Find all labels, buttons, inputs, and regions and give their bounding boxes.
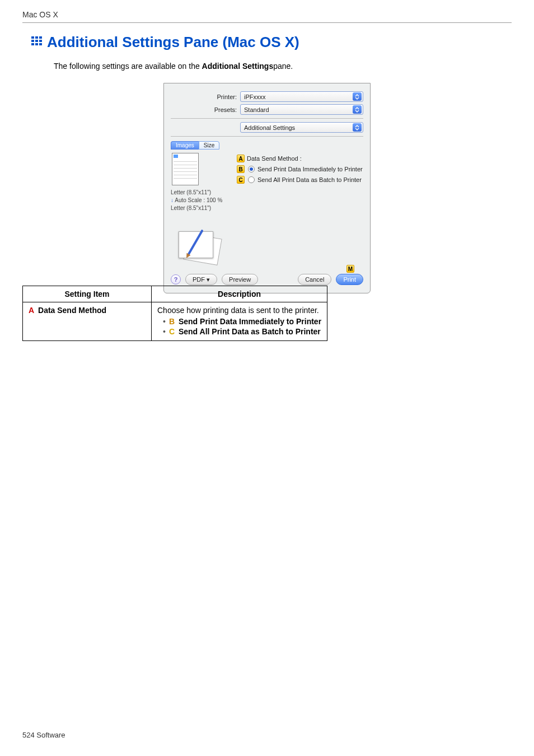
print-button[interactable]: Print xyxy=(336,274,363,285)
marker-a: A xyxy=(237,155,245,162)
svg-rect-3 xyxy=(31,40,34,42)
presets-select[interactable]: Standard xyxy=(240,104,363,115)
paper-line-3: Letter (8.5"x11") xyxy=(171,204,232,212)
svg-rect-0 xyxy=(31,36,34,39)
tab-images[interactable]: Images xyxy=(171,141,199,150)
page-title-row: Additional Settings Pane (Mac OS X) xyxy=(31,34,299,51)
page-thumbnail xyxy=(172,153,199,185)
letter-b: B xyxy=(169,317,175,326)
preview-column: Images Size Letter (8.5"x11") ↓ Auto Sca… xyxy=(171,141,232,267)
presets-row: Presets: Standard xyxy=(171,104,363,115)
grid-icon xyxy=(31,36,44,48)
tab-strip: Images Size xyxy=(171,141,232,150)
tab-size[interactable]: Size xyxy=(199,141,219,150)
page-title: Additional Settings Pane (Mac OS X) xyxy=(47,34,299,51)
bullet-icon: • xyxy=(163,317,166,326)
intro-pre: The following settings are available on … xyxy=(54,62,202,71)
radio-send-batch-label: Send All Print Data as Batch to Printer xyxy=(257,176,362,183)
svg-rect-4 xyxy=(35,40,38,42)
page-footer: 524 Software xyxy=(22,731,65,739)
marker-c: C xyxy=(237,176,245,184)
table-row: A Data Send Method Choose how printing d… xyxy=(23,302,327,341)
intro-text: The following settings are available on … xyxy=(54,62,293,71)
intro-post: pane. xyxy=(273,62,293,71)
presets-label: Presets: xyxy=(171,106,237,113)
chevron-updown-icon xyxy=(353,123,362,132)
svg-rect-6 xyxy=(31,43,34,45)
settings-table: Setting Item Description A Data Send Met… xyxy=(22,286,327,341)
marker-b: B xyxy=(237,165,245,173)
dialog-button-row: ? PDF ▾ Preview Cancel Print M xyxy=(171,274,363,285)
svg-rect-7 xyxy=(35,43,38,45)
chevron-updown-icon xyxy=(353,105,362,114)
pane-select[interactable]: Additional Settings xyxy=(240,122,363,133)
letter-a: A xyxy=(29,306,34,315)
page-header-section: Mac OS X xyxy=(22,10,58,19)
printer-select-value: iPFxxxx xyxy=(244,94,266,100)
printer-label: Printer: xyxy=(171,94,237,100)
radio-send-batch[interactable] xyxy=(248,176,255,183)
option-c-text: Send All Print Data as Batch to Printer xyxy=(179,327,321,336)
col-header-description: Description xyxy=(152,286,327,302)
divider xyxy=(171,118,363,119)
option-b-text: Send Print Data Immediately to Printer xyxy=(179,317,321,326)
printer-row: Printer: iPFxxxx xyxy=(171,91,363,102)
radio-send-immediately[interactable] xyxy=(248,166,255,172)
paper-line-1: Letter (8.5"x11") xyxy=(171,189,232,197)
pdf-button[interactable]: PDF ▾ xyxy=(185,274,217,285)
panel-body: Images Size Letter (8.5"x11") ↓ Auto Sca… xyxy=(171,141,363,267)
printer-select[interactable]: iPFxxxx xyxy=(240,91,363,102)
divider xyxy=(171,136,363,137)
radio-send-immediately-label: Send Print Data Immediately to Printer xyxy=(257,166,363,172)
header-rule xyxy=(22,22,512,23)
pen-paper-illustration xyxy=(175,229,226,267)
preview-button[interactable]: Preview xyxy=(222,274,258,285)
paper-info: Letter (8.5"x11") ↓ Auto Scale : 100 % L… xyxy=(171,189,232,212)
paper-line-2: Auto Scale : 100 % xyxy=(175,197,222,203)
svg-rect-8 xyxy=(39,43,42,45)
bullet-icon: • xyxy=(163,327,166,336)
down-arrow-icon: ↓ xyxy=(171,197,174,203)
cell-setting-item: A Data Send Method xyxy=(23,302,152,341)
svg-rect-1 xyxy=(35,36,38,39)
intro-bold: Additional Settings xyxy=(202,62,274,71)
print-dialog: Printer: iPFxxxx Presets: Standard Addit… xyxy=(163,83,371,293)
pane-row: Additional Settings xyxy=(171,122,363,133)
svg-rect-5 xyxy=(39,40,42,42)
setting-item-name: Data Send Method xyxy=(38,306,106,315)
letter-c: C xyxy=(169,327,175,336)
cell-description: Choose how printing data is sent to the … xyxy=(152,302,327,341)
cancel-button[interactable]: Cancel xyxy=(298,274,331,285)
chevron-updown-icon xyxy=(353,92,362,101)
marker-m: M xyxy=(346,265,354,273)
pane-select-value: Additional Settings xyxy=(244,124,295,131)
presets-select-value: Standard xyxy=(244,106,269,113)
col-header-item: Setting Item xyxy=(23,286,152,302)
svg-rect-2 xyxy=(39,36,42,39)
description-line-1: Choose how printing data is sent to the … xyxy=(157,306,321,315)
help-button[interactable]: ? xyxy=(171,274,181,284)
data-send-method-label: Data Send Method : xyxy=(247,155,302,162)
radio-column: A Data Send Method : B Send Print Data I… xyxy=(237,141,363,267)
